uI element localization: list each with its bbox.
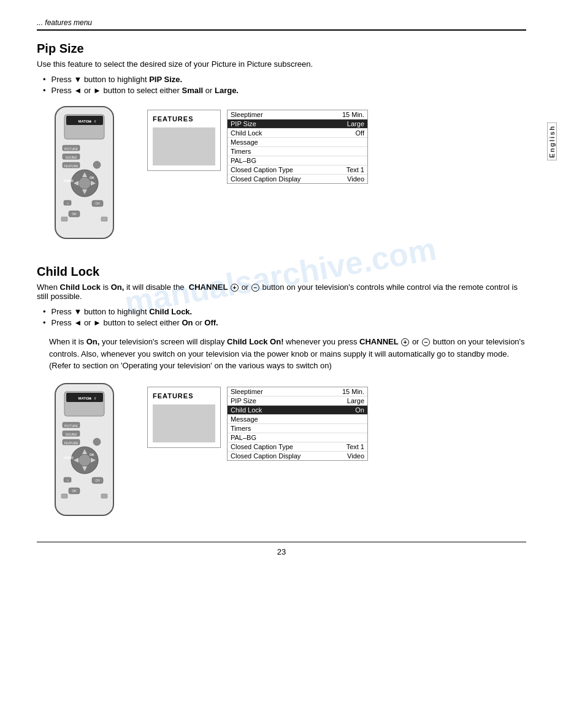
svg-text:SOUND: SOUND — [66, 432, 77, 436]
svg-text:OK: OK — [90, 453, 94, 457]
top-divider — [37, 29, 526, 31]
svg-text:CH: CH — [95, 479, 100, 482]
pip-menu-row-timers: Timers — [228, 147, 367, 156]
child-lock-description: When Child Lock is On, it will disable t… — [37, 282, 526, 301]
child-lock-diagram: MATCH II LINE PICTURE SOUND FEATURE — [37, 381, 526, 523]
svg-text:CH: CH — [95, 202, 100, 205]
svg-text:FEATURE: FEATURE — [64, 164, 79, 168]
pip-size-bullet-2: Press ◄ or ► button to select either Sma… — [43, 86, 526, 95]
pip-size-remote: MATCH II LINE PICTURE SOUND FEATURE — [37, 104, 141, 246]
child-menu-row-sleeptimer: Sleeptimer 15 Min. — [228, 387, 367, 396]
svg-text:VIDEO: VIDEO — [64, 456, 74, 460]
pip-size-section: Pip Size Use this feature to select the … — [37, 42, 526, 246]
child-lock-bullet-1: Press ▼ button to highlight Child Lock. — [43, 307, 526, 316]
remote-svg-pip: MATCH II LINE PICTURE SOUND FEATURE — [37, 104, 132, 245]
svg-text:VIDEO: VIDEO — [64, 179, 74, 183]
pip-size-title: Pip Size — [37, 42, 526, 56]
svg-point-41 — [93, 438, 101, 446]
child-menu-row-palbg: PAL–BG — [228, 433, 367, 442]
channel-minus-icon: − — [251, 284, 259, 292]
english-side-label: English — [547, 123, 557, 161]
child-lock-section: Child Lock When Child Lock is On, it wil… — [37, 265, 526, 523]
child-features-content — [153, 404, 215, 442]
child-lock-sub-text: When it is On, your television's screen … — [49, 336, 526, 372]
channel-minus-icon-2: − — [422, 338, 430, 346]
pip-size-description: Use this feature to select the desired s… — [37, 59, 526, 69]
bottom-divider — [37, 542, 526, 542]
pip-menu-row-palbg: PAL–BG — [228, 156, 367, 165]
pip-size-features-box: FEATURES — [147, 110, 221, 171]
svg-point-14 — [79, 177, 91, 189]
channel-plus-icon-2: + — [401, 338, 409, 346]
svg-text:PICTURE: PICTURE — [64, 423, 79, 427]
channel-plus-icon: + — [231, 284, 239, 292]
svg-text:OK: OK — [90, 176, 94, 180]
remote-svg-child: MATCH II LINE PICTURE SOUND FEATURE — [37, 381, 132, 521]
svg-text:LINE: LINE — [86, 397, 92, 400]
child-lock-title: Child Lock — [37, 265, 526, 279]
svg-text:FEATURE: FEATURE — [64, 441, 79, 444]
pip-menu-row-cc-display: Closed Caption Display Video — [228, 175, 367, 183]
child-menu-row-timers: Timers — [228, 424, 367, 433]
svg-rect-28 — [101, 217, 107, 221]
pip-menu-row-sleeptimer: Sleeptimer 15 Min. — [228, 110, 367, 119]
svg-rect-56 — [61, 494, 67, 498]
child-menu-row-childlock: Child Lock On — [228, 406, 367, 415]
child-lock-menu-table: Sleeptimer 15 Min. PIP Size Large Child … — [227, 387, 368, 461]
svg-text:PICTURE: PICTURE — [64, 147, 79, 151]
page: ... features menu English manualsarchive… — [0, 0, 563, 728]
child-lock-bullet-2: Press ◄ or ► button to select either On … — [43, 318, 526, 327]
svg-rect-57 — [101, 494, 107, 498]
child-menu-row-message: Message — [228, 415, 367, 424]
svg-text:LINE: LINE — [86, 120, 92, 123]
child-features-label: FEATURES — [153, 392, 193, 400]
child-menu-row-cc-type: Closed Caption Type Text 1 — [228, 442, 367, 452]
pip-menu-row-pipsize: PIP Size Large — [228, 119, 367, 129]
pip-size-diagram: MATCH II LINE PICTURE SOUND FEATURE — [37, 104, 526, 246]
child-lock-bullets: Press ▼ button to highlight Child Lock. … — [43, 307, 526, 327]
svg-text:OK: OK — [72, 489, 77, 493]
svg-text:OK: OK — [72, 212, 77, 216]
pip-size-menu-table: Sleeptimer 15 Min. PIP Size Large Child … — [227, 110, 368, 184]
svg-text:SOUND: SOUND — [66, 156, 77, 159]
child-menu-row-cc-display: Closed Caption Display Video — [228, 452, 367, 460]
child-menu-row-pipsize: PIP Size Large — [228, 396, 367, 406]
pip-menu-row-message: Message — [228, 138, 367, 147]
pip-size-bullet-1: Press ▼ button to highlight PIP Size. — [43, 75, 526, 84]
page-number: 23 — [37, 547, 526, 556]
pip-menu-row-cc-type: Closed Caption Type Text 1 — [228, 165, 367, 175]
pip-features-content — [153, 127, 215, 165]
top-label: ... features menu — [37, 18, 526, 27]
pip-menu-row-childlock: Child Lock Off — [228, 129, 367, 138]
pip-size-bullets: Press ▼ button to highlight PIP Size. Pr… — [43, 75, 526, 95]
child-lock-remote: MATCH II LINE PICTURE SOUND FEATURE — [37, 381, 141, 523]
svg-rect-27 — [61, 217, 67, 221]
child-lock-features-box: FEATURES — [147, 387, 221, 448]
svg-point-12 — [93, 161, 101, 169]
pip-features-label: FEATURES — [153, 115, 193, 123]
svg-point-43 — [79, 454, 91, 466]
